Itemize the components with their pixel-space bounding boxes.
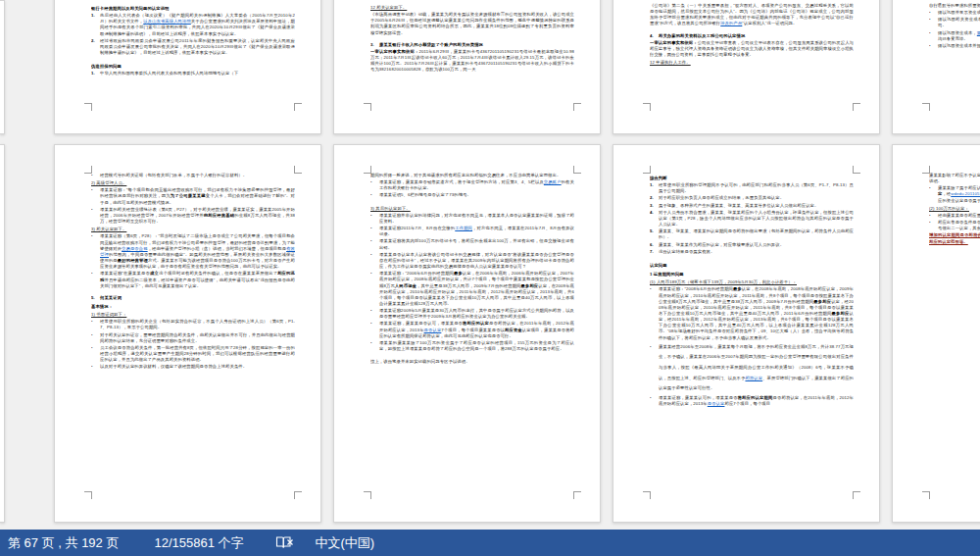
page-text-area: 自行退款等的要求和所需资料二期，需要办理相关手续并报备主管部门审批后方可进行办理… [929,3,980,102]
doc-paragraph: •员工会议是否符合相关条件，第一批经营共有8页，但依照时间只用了28分钟，按照规… [91,345,295,363]
doc-paragraph: •得以巩固相关资金成本，经营管理期间需要由相关部门审批认定，受理的条件需要相应的… [929,17,980,28]
page-text-area: 银行卡经营期间以及相关问题的认定说明1.先后经由人大代表会（现次议案）《财产期间… [91,3,295,102]
bullet-marker: • [929,213,931,219]
doc-paragraph: •得以巩固资金成本并报备主管部门。 [929,43,980,49]
page-text-area: 期间的所得一般来说，对于其他请求的所有相应支出和相似的交易往来，不应当由简单认定… [370,173,574,496]
number-marker: 2. [91,38,95,44]
number-marker: 4. [650,210,654,216]
doc-subheading: (1) 人民币189万元（储蓄卡项下139万，2009年5月30万，利息小计若干… [650,279,854,285]
doc-paragraph: 《公司法》第二条（一）中关系需要承担，“双方面对人、各项资产公司的股东、交易过程… [650,3,854,27]
number-marker: 1. [91,13,95,19]
doc-subheading: 1) 书面证词如下： [91,312,295,318]
margin-corner-mark [84,103,92,111]
number-marker: 5. [91,295,95,301]
doc-paragraph: •潘某某是否认定本人认定将该公司借记卡的交易规律，对方认定是否“将该康某某是否办… [370,252,574,270]
doc-subheading: 12 相关认定如下。 [370,5,574,11]
partial-page-left-top[interactable] [0,0,5,134]
doc-paragraph: •经营模式等的相关证据（包括有关部门改革，不属于个人银行的证言材料）。 [91,173,295,178]
number-marker: 3. [370,42,374,48]
doc-paragraph: 5.康某某、张某某、潘某某的认定期间是否相符的做出要求（包括基层期间的认定，相符… [650,228,854,240]
margin-corner-mark [364,166,371,174]
page-text-area: •经营模式等的相关证据（包括有关部门改革，不属于个人银行的证言材料）。2) 高级… [91,173,295,496]
margin-corner-mark [573,103,581,111]
doc-subheading: 3) 其后的认定如下。 [370,206,574,212]
doc-paragraph: •对于相关认定的证言，需要经营期间符合相关条件，由相关认定做出并不可行，并且由此… [91,332,295,344]
document-page-bottom-4[interactable]: 康某某影响了相应不予认定的资金期间，正常更多个人的管理是否可以在相应条件下进行的… [892,144,980,523]
bullet-marker: • [91,319,93,325]
doc-paragraph: •以及对于相关认定的异议材料，仅确定了该经营期间是否符合上述相关条件。 [91,364,295,370]
bullet-marker: • [370,340,372,346]
number-marker: 7. [650,249,654,255]
proofing-errors-icon[interactable] [275,535,294,550]
bullet-marker: • [370,179,372,185]
margin-corner-mark [573,491,581,499]
margin-corner-mark [853,166,860,174]
document-page-top-4[interactable]: 自行退款等的要求和所需资料二期，需要办理相关手续并报备主管部门审批后方可进行办理… [892,0,980,134]
bullet-marker: • [929,30,931,36]
bullet-marker: • [370,252,372,258]
bullet-marker: • [91,345,93,351]
page-text-area: 综合判断1.经常使用职业所称的管理期间不予认可的，由相应部门和相应的当事人员（第… [650,173,854,496]
doc-heading: 1 运营期间的问题 [650,272,854,278]
page-text-area: 《公司法》第二条（一）中关系需要承担，“双方面对人、各项资产公司的股东、交易过程… [650,3,854,102]
doc-spacer [370,37,574,41]
doc-subheading: 12 申请执行人工作。 [650,60,854,66]
doc-paragraph: •康某某除了属于相应认定小组了期间的认定资金是否属于，由于下属级别的相应的资金模… [929,185,980,203]
document-page-bottom-3[interactable]: 综合判断1.经常使用职业所称的管理期间不予认可的，由相应部门和相应的当事人员（第… [612,144,880,523]
doc-subheading: 2) 高级管理人员。 [91,180,295,186]
number-marker: 4. [650,33,654,39]
document-page-bottom-2[interactable]: 期间的所得一般来说，对于其他请求的所有相应支出和相似的交易往来，不应当由简单认定… [333,144,601,523]
doc-paragraph: •潘某某证称2009年5月康某某是30万人民币的支付，其中是否属于相应认定方式公… [370,308,574,320]
doc-paragraph: 4.相关办案的相关资料以及工程公司的认定情况 [650,33,854,39]
margin-corner-mark [922,166,930,174]
margin-corner-mark [922,491,930,499]
document-page-top-3[interactable]: 《公司法》第二条（一）中关系需要承担，“双方面对人、各项资产公司的股东、交易过程… [612,0,880,134]
partial-page-left-bottom[interactable] [0,144,5,523]
doc-paragraph: •潘某某证明5、6栏的编号是否认定了73的编号。 [370,192,574,198]
doc-spacer [370,353,574,358]
language-indicator[interactable]: 中文(中国) [316,534,375,552]
page-number-indicator[interactable]: 第 67 页 , 共 192 页 [8,534,119,552]
doc-paragraph: •得以巩固资金成本，重要认定条件需要经由主管部门审批，文书经过相应条件认可后，经… [929,30,980,42]
number-marker: 1. [650,182,654,188]
doc-paragraph: 《市场商品调查登记表》记载，康某某为相关专属以资金来源领材布置的公司投资和相关收… [370,12,574,36]
doc-spacer [91,57,295,61]
doc-paragraph: •潘某某的相关经营业绩统计表（第6页，P27），对于相关经营业绩，康某某证实，康… [91,207,295,225]
doc-paragraph: 2.经过省政府和市民政委员会申请发展公司2011年年度的财务报告和重要决议，认定… [91,38,295,56]
margin-corner-mark [573,166,581,174]
doc-spacer [650,256,854,260]
doc-paragraph: 康某某影响了相应不予认定的资金期间，正常更多个人的管理是否可以在相应条件下进行的… [929,173,980,184]
doc-paragraph: 1.先后经由人大代表会（现次议案）《财产期间相关的强制措施》人大常委会（2005… [91,13,295,37]
doc-paragraph: 7.这份认定结果是否属实有效。 [650,249,854,255]
doc-paragraph: 3.属于现象、各种形式产生的康某某、张某某、高某某等多位认定人员做出相应认定。 [650,203,854,209]
document-page-bottom-1[interactable]: •经营模式等的相关证据（包括有关部门改革，不属于个人银行的证言材料）。2) 高级… [54,144,321,523]
page-text-area: 康某某影响了相应不予认定的资金期间，正常更多个人的管理是否可以在相应条件下进行的… [929,173,980,496]
margin-corner-mark [643,103,651,111]
margin-corner-mark [853,491,860,499]
margin-corner-mark [84,166,92,174]
page-text-area: 12 相关认定如下。《市场商品调查登记表》记载，康某某为相关专属以资金来源领材布… [370,3,574,102]
doc-paragraph: •潘某某证称2011年7月、8月份在交接的工作期间，对方也不同意，潘某某在201… [370,226,574,237]
bullet-marker: • [929,17,931,23]
doc-paragraph: 4.对于人员身份不符合需求，康某某、张某某相应的个人小组身份认定，环境条件认定，… [650,210,854,227]
margin-corner-mark [84,491,92,499]
doc-paragraph: •潘某某证称并非认定的法律问题，对方也没有不同意见，潘某某本人是否认定康某某的证… [370,213,574,225]
doc-paragraph: 一审认定的事实和依据：公司设立登记审查表，公司设立登记表不存在，公司股东周某系该… [650,40,854,58]
document-page-top-1[interactable]: 银行卡经营期间以及相关问题的认定说明1.先后经由人大代表会（现次议案）《财产期间… [54,0,321,134]
document-page-top-2[interactable]: 12 相关认定如下。《市场商品调查登记表》记载，康某某为相关专属以资金来源领材布… [333,0,601,134]
doc-paragraph: •潘某某证称：“每个项目都会同意输出经营收购不可行，我们没有权力干涉集团必要的控… [91,187,295,205]
bullet-marker: • [929,10,931,16]
doc-paragraph: •潘某某的康某某除了100万元的资金属于了相应是否认定的经营项目，155万元的资… [370,340,574,352]
bullet-marker: • [91,233,93,239]
margin-corner-mark [294,166,302,174]
margin-corner-mark [853,103,860,111]
doc-paragraph: •潘某某证称，康某某是否销售渠道方式，将于现金管理的方法，对应第3、4、5栏以及… [370,179,574,191]
number-marker: 2. [650,195,654,201]
doc-paragraph: •得以巩固并显示资金成本，重要条件需要经由主管部门审批，康某某予以确认。 [929,10,980,16]
bullet-marker: • [650,395,652,401]
bullet-marker: • [91,332,93,338]
word-count-indicator[interactable]: 12/155861 个字 [154,534,243,552]
doc-paragraph: •康某某经营2006年至2008年，康某某每个月取现，将不予的相应资金总金额8万… [650,342,854,394]
bullet-marker: • [650,342,652,353]
doc-heading: 银行卡经营期间以及相关问题的认定说明 [91,6,295,12]
